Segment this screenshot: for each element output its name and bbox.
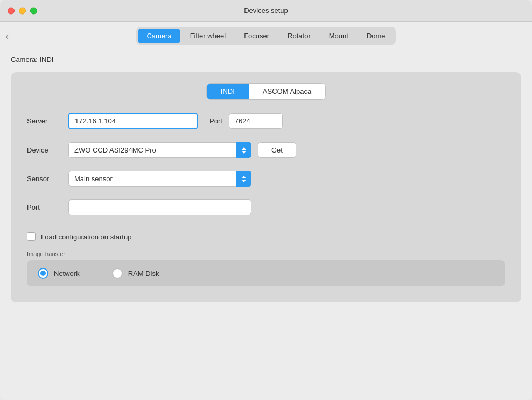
- maximize-button[interactable]: [30, 7, 37, 14]
- back-arrow[interactable]: ‹: [3, 29, 11, 43]
- main-content: INDI ASCOM Alpaca Server Port Device ZWO…: [0, 67, 532, 400]
- image-transfer-label: Image transfer: [27, 251, 505, 257]
- radio-ram-disk-label: RAM Disk: [128, 270, 159, 278]
- tab-camera[interactable]: Camera: [138, 29, 180, 43]
- tab-bar: ‹ Camera Filter wheel Focuser Rotator Mo…: [0, 22, 532, 50]
- sensor-select[interactable]: Main sensor: [68, 171, 251, 187]
- server-input[interactable]: [68, 113, 198, 129]
- sensor-row: Sensor Main sensor: [27, 171, 505, 187]
- sensor-label: Sensor: [27, 175, 62, 183]
- port-field-label: Port: [27, 203, 62, 211]
- section-label: Camera: INDI: [0, 50, 532, 67]
- radio-network-dot: [40, 271, 46, 276]
- tab-focuser[interactable]: Focuser: [235, 29, 278, 43]
- port-label: Port: [209, 117, 222, 125]
- tab-navigation: Camera Filter wheel Focuser Rotator Moun…: [136, 27, 395, 45]
- close-button[interactable]: [8, 7, 15, 14]
- server-row: Server Port: [27, 113, 505, 129]
- radio-ram-disk-button[interactable]: [112, 268, 123, 279]
- sub-tab-ascom[interactable]: ASCOM Alpaca: [249, 84, 325, 99]
- sub-tab-bar: INDI ASCOM Alpaca: [27, 83, 505, 100]
- get-button[interactable]: Get: [258, 142, 296, 158]
- device-label: Device: [27, 146, 62, 154]
- content-panel: INDI ASCOM Alpaca Server Port Device ZWO…: [11, 72, 521, 302]
- device-row: Device ZWO CCD ASI294MC Pro Get: [27, 142, 505, 158]
- traffic-lights: [8, 7, 37, 14]
- image-transfer-section: Image transfer Network RAM Disk: [27, 251, 505, 286]
- device-select[interactable]: ZWO CCD ASI294MC Pro: [68, 142, 251, 158]
- main-window: Devices setup ‹ Camera Filter wheel Focu…: [0, 0, 532, 400]
- server-label: Server: [27, 117, 62, 125]
- tab-rotator[interactable]: Rotator: [279, 29, 319, 43]
- sub-tab-indi[interactable]: INDI: [207, 84, 249, 99]
- sensor-select-wrapper: Main sensor: [68, 171, 251, 187]
- window-title: Devices setup: [244, 6, 288, 15]
- load-config-label: Load configuration on startup: [41, 233, 131, 241]
- title-bar: Devices setup: [0, 0, 532, 22]
- radio-ram-disk[interactable]: RAM Disk: [112, 268, 159, 279]
- sub-tab-toggle: INDI ASCOM Alpaca: [206, 83, 326, 100]
- port-input[interactable]: [229, 113, 283, 129]
- checkbox-row: Load configuration on startup: [27, 232, 505, 241]
- tab-mount[interactable]: Mount: [320, 29, 357, 43]
- minimize-button[interactable]: [19, 7, 26, 14]
- tab-dome[interactable]: Dome: [358, 29, 394, 43]
- radio-network-label: Network: [54, 270, 80, 278]
- image-transfer-panel: Network RAM Disk: [27, 260, 505, 286]
- radio-network[interactable]: Network: [38, 268, 80, 279]
- device-select-wrapper: ZWO CCD ASI294MC Pro: [68, 142, 251, 158]
- tab-filter-wheel[interactable]: Filter wheel: [181, 29, 234, 43]
- radio-network-button[interactable]: [38, 268, 48, 279]
- port-field-row: Port: [27, 199, 505, 215]
- load-config-checkbox[interactable]: [27, 232, 36, 241]
- port-field-input[interactable]: [68, 199, 251, 215]
